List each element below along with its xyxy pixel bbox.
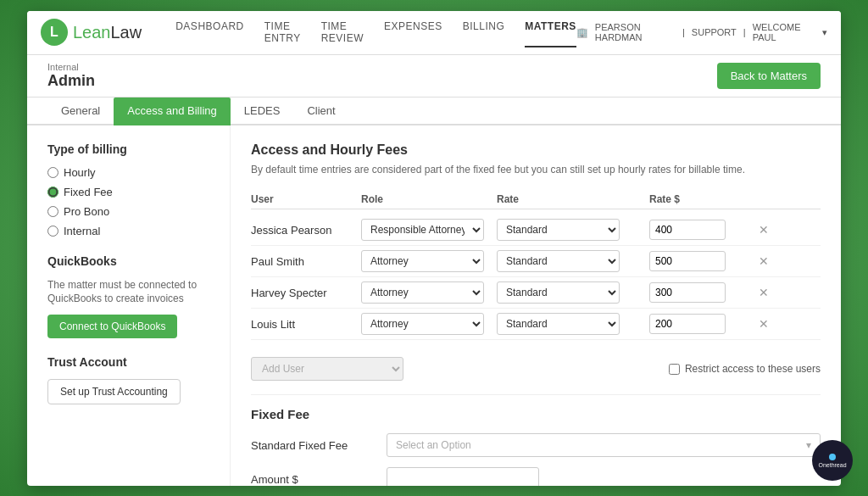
nav-billing[interactable]: BILLING (463, 17, 505, 47)
add-user-row: Add User Restrict access to these users (251, 357, 821, 381)
user-rate-select-wrapper: Standard (497, 250, 649, 272)
user-name: Louis Litt (251, 318, 361, 331)
user-role-select-wrapper: Responsible Attorney (361, 219, 497, 241)
user-role-select[interactable]: Attorney (361, 313, 484, 335)
billing-option-hourly[interactable]: Hourly (47, 166, 209, 179)
logo-area: L LeanLaw (41, 19, 142, 46)
logo-text: LeanLaw (73, 23, 142, 42)
billing-option-internal[interactable]: Internal (47, 225, 209, 237)
user-role-select[interactable]: Responsible Attorney (361, 219, 484, 241)
col-rate: Rate (497, 193, 649, 205)
user-rate-input-wrapper (649, 220, 751, 240)
user-role-select-wrapper: Attorney (361, 313, 497, 335)
restrict-access-input[interactable] (669, 364, 680, 375)
user-rate-select[interactable]: Standard (497, 313, 620, 335)
quickbooks-description: The matter must be connected to QuickBoo… (47, 278, 209, 307)
onethread-badge[interactable]: Onethread (812, 440, 853, 481)
restrict-access-checkbox[interactable]: Restrict access to these users (669, 363, 821, 375)
chevron-down-icon: ▾ (806, 439, 811, 451)
user-rate-input[interactable] (649, 251, 726, 271)
standard-fixed-fee-select[interactable]: Select an Option ▾ (387, 433, 821, 457)
user-role-select-wrapper: Attorney (361, 281, 497, 304)
connect-quickbooks-button[interactable]: Connect to QuickBooks (47, 315, 177, 338)
tab-general[interactable]: General (47, 98, 114, 125)
col-rate-dollar: Rate $ (649, 193, 751, 205)
user-role-select[interactable]: Attorney (361, 281, 484, 304)
standard-fixed-fee-row: Standard Fixed Fee Select an Option ▾ (251, 433, 821, 457)
table-row: Harvey Specter Attorney Standard (251, 277, 821, 309)
logo-icon: L (41, 19, 68, 46)
support-link[interactable]: SUPPORT (692, 27, 737, 37)
billing-option-fixed[interactable]: Fixed Fee (47, 186, 209, 198)
matter-name: Admin (47, 72, 95, 90)
remove-user-button[interactable]: ✕ (751, 223, 776, 237)
nav-expenses[interactable]: EXPENSES (384, 17, 442, 47)
quickbooks-section: QuickBooks The matter must be connected … (47, 254, 209, 339)
amount-label: Amount $ (251, 473, 387, 486)
access-fees-title: Access and Hourly Fees (251, 142, 821, 158)
add-user-select[interactable]: Add User (251, 357, 403, 381)
top-utility: 🏢 PEARSON HARDMAN | SUPPORT | WELCOME PA… (576, 22, 827, 42)
user-rate-input-wrapper (649, 251, 751, 271)
nav-time-entry[interactable]: TIME ENTRY (264, 17, 301, 47)
right-panel: Access and Hourly Fees By default time e… (231, 125, 841, 486)
quickbooks-title: QuickBooks (47, 254, 209, 268)
setup-trust-button[interactable]: Set up Trust Accounting (47, 379, 181, 404)
col-action (751, 193, 776, 205)
onethread-label: Onethread (818, 462, 846, 468)
user-role-select[interactable]: Attorney (361, 250, 484, 272)
tab-client[interactable]: Client (293, 98, 348, 125)
table-row: Louis Litt Attorney Standard (251, 309, 821, 340)
user-rate-input-wrapper (649, 282, 751, 303)
nav-links: DASHBOARD TIME ENTRY TIME REVIEW EXPENSE… (175, 17, 576, 47)
billing-radio-hourly[interactable] (47, 167, 58, 178)
tab-access-billing[interactable]: Access and Billing (114, 98, 231, 125)
user-name: Jessica Pearson (251, 224, 361, 237)
welcome-text: WELCOME PAUL (753, 22, 815, 42)
nav-time-review[interactable]: TIME REVIEW (321, 17, 364, 47)
matter-type: Internal (47, 62, 95, 72)
remove-user-button[interactable]: ✕ (751, 317, 776, 331)
billing-radio-probono[interactable] (47, 206, 58, 217)
back-to-matters-button[interactable]: Back to Matters (717, 63, 821, 89)
user-rate-select[interactable]: Standard (497, 281, 620, 304)
table-header: User Role Rate Rate $ (251, 190, 821, 209)
user-rate-select-wrapper: Standard (497, 313, 649, 335)
billing-section-title: Type of billing (47, 142, 209, 156)
billing-radio-group: Hourly Fixed Fee Pro Bono Internal (47, 166, 209, 237)
remove-user-button[interactable]: ✕ (751, 286, 776, 299)
user-rate-select[interactable]: Standard (497, 250, 620, 272)
billing-radio-internal[interactable] (47, 226, 58, 237)
building-icon: 🏢 (576, 27, 588, 38)
amount-input[interactable] (387, 467, 539, 485)
left-panel: Type of billing Hourly Fixed Fee Pro Bon… (27, 125, 231, 486)
logo-light: Law (111, 23, 142, 42)
billing-option-probono[interactable]: Pro Bono (47, 205, 209, 218)
user-rate-input[interactable] (649, 282, 726, 303)
billing-radio-fixed[interactable] (47, 187, 58, 198)
matter-info: Internal Admin (47, 62, 95, 90)
user-rate-input[interactable] (649, 314, 726, 334)
remove-user-button[interactable]: ✕ (751, 254, 776, 268)
nav-dashboard[interactable]: DASHBOARD (175, 17, 244, 47)
top-bar: L LeanLaw DASHBOARD TIME ENTRY TIME REVI… (27, 11, 841, 55)
table-row: Jessica Pearson Responsible Attorney Sta… (251, 215, 821, 246)
user-rate-input-wrapper (649, 314, 751, 334)
logo-bold: Lean (73, 23, 111, 42)
fixed-fee-title: Fixed Fee (251, 394, 821, 421)
trust-account-section: Trust Account Set up Trust Accounting (47, 355, 209, 404)
user-rate-input[interactable] (649, 220, 726, 240)
standard-fixed-fee-label: Standard Fixed Fee (251, 439, 387, 452)
tab-ledes[interactable]: LEDES (231, 98, 294, 125)
sub-header: Internal Admin Back to Matters (27, 55, 841, 98)
user-rate-select-wrapper: Standard (497, 219, 649, 241)
content-area: Type of billing Hourly Fixed Fee Pro Bon… (27, 125, 841, 486)
user-table: User Role Rate Rate $ Jessica Pearson Re… (251, 190, 821, 340)
select-placeholder: Select an Option (396, 439, 471, 451)
nav-matters[interactable]: MATTERS (525, 17, 576, 47)
table-row: Paul Smith Attorney Standard (251, 246, 821, 277)
col-user: User (251, 193, 361, 205)
col-role: Role (361, 193, 497, 205)
access-fees-description: By default time entries are considered p… (251, 163, 821, 177)
user-rate-select[interactable]: Standard (497, 219, 620, 241)
